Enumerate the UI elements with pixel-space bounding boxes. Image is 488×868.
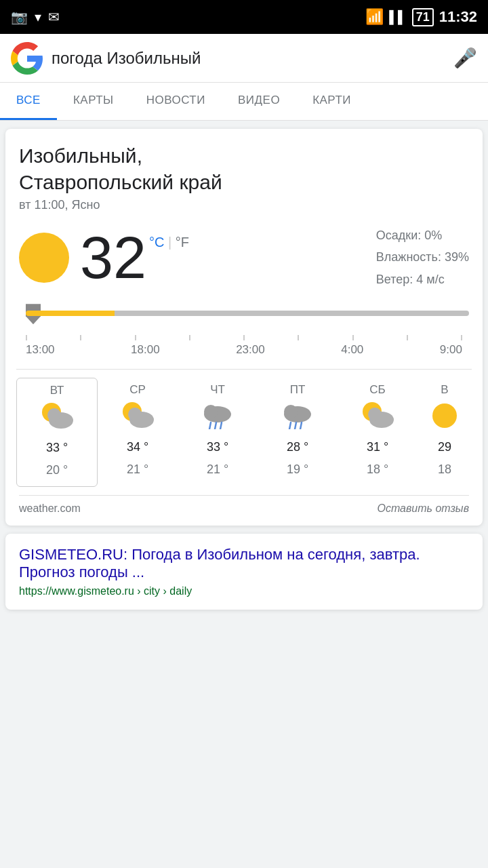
search-result-gismeteo: GISMETEO.RU: Погода в Изобильном на сего… [5,534,483,610]
tick-5 [243,335,245,340]
temp-units: °C | °F [149,235,189,250]
day-low-3: 19 ° [260,458,335,480]
svg-line-10 [220,422,222,429]
forecast-day-3[interactable]: ПТ 28 ° 19 ° [258,378,338,487]
weather-timeline: 13:00 18:00 23:00 4:00 9:00 [19,304,469,357]
timeline-label-3: 23:00 [236,343,265,357]
day-low-4: 18 ° [340,458,415,480]
weather-details: Осадки: 0% Влажность: 39% Ветер: 4 м/с [376,224,469,290]
day-icon-2 [200,402,235,429]
tab-video[interactable]: ВИДЕО [222,83,296,120]
day-low-1: 21 ° [100,458,175,480]
svg-point-18 [368,408,382,421]
tab-news[interactable]: НОВОСТИ [130,83,222,120]
day-temps-2: 33 ° 21 ° [180,436,255,480]
timeline-label-1: 13:00 [26,343,55,357]
signal-icon: ▌▌ [389,10,407,24]
forecast-day-5[interactable]: В 29 18 [418,378,472,487]
svg-line-9 [215,422,216,429]
source-name: weather.com [19,502,81,515]
google-logo [11,42,43,75]
day-name-2: ЧТ [180,383,255,397]
day-low-5: 18 [420,458,469,480]
day-temps-4: 31 ° 18 ° [340,436,415,480]
tab-images[interactable]: КАРТИ [296,83,367,120]
source-review[interactable]: Оставить отзыв [377,502,469,515]
weather-source: weather.com Оставить отзыв [19,495,469,515]
instagram-icon: 📷 [11,9,28,25]
day-high-5: 29 [420,436,469,458]
temperature-block: 32 °C | °F [80,228,189,288]
timeline-ticks [19,335,469,340]
svg-point-12 [284,405,298,418]
svg-point-2 [47,408,61,422]
status-left-icons: 📷 ▾ ✉ [11,9,60,25]
timeline-label-4: 4:00 [341,343,363,357]
timeline-labels: 13:00 18:00 23:00 4:00 9:00 [19,343,469,357]
svg-point-5 [128,408,142,421]
day-high-3: 28 ° [260,436,335,458]
timeline-bar-wrapper [19,304,469,331]
status-right-info: 📶 ▌▌ 71 11:32 [365,8,477,26]
tick-4 [189,335,190,340]
day-icon-5 [427,402,462,429]
tick-9 [461,335,462,340]
weather-city: Изобильный, Ставропольский край [19,142,469,195]
timeline-bar [26,311,469,316]
day-name-0: ВТ [20,384,94,397]
unit-separator: | [168,235,176,250]
day-temps-1: 34 ° 21 ° [100,436,175,480]
day-temps-3: 28 ° 19 ° [260,436,335,480]
day-icon-1 [120,402,155,429]
inbox-icon: ✉ [48,9,60,25]
tab-all[interactable]: ВСЕ [0,83,57,120]
result-url[interactable]: https://www.gismeteo.ru › city › daily [19,585,469,597]
weekly-forecast: ВТ 33 ° 20 ° СР [16,369,472,487]
temperature: 32 [80,228,146,288]
sun-icon [19,233,69,283]
svg-line-8 [209,422,211,429]
forecast-day-2[interactable]: ЧТ 33 ° 21 ° [178,378,258,487]
tab-maps[interactable]: КАРТЫ [57,83,130,120]
timeline-label-5: 9:00 [440,343,462,357]
day-high-2: 33 ° [180,436,255,458]
svg-line-15 [300,422,302,429]
fahrenheit-unit[interactable]: °F [176,235,189,250]
day-temps-0: 33 ° 20 ° [20,437,94,481]
wifi-icon: 📶 [365,8,384,26]
battery-icon: 71 [412,8,434,26]
svg-line-14 [295,422,296,429]
tick-7 [352,335,354,340]
search-tabs: ВСЕ КАРТЫ НОВОСТИ ВИДЕО КАРТИ [0,83,488,121]
celsius-unit[interactable]: °C [149,235,164,250]
day-low-2: 21 ° [180,458,255,480]
tick-8 [407,335,408,340]
day-icon-4 [360,402,395,429]
day-high-4: 31 ° [340,436,415,458]
clock: 11:32 [439,8,477,26]
pocket-icon: ▾ [35,9,41,25]
day-high-0: 33 ° [20,437,94,458]
wind: Ветер: 4 м/с [376,269,469,290]
weather-datetime: вт 11:00, Ясно [19,198,469,212]
tick-3 [135,335,136,340]
forecast-day-0[interactable]: ВТ 33 ° 20 ° [16,378,98,487]
day-low-0: 20 ° [20,459,94,481]
result-title[interactable]: GISMETEO.RU: Погода в Изобильном на сего… [19,546,469,581]
search-input[interactable] [52,49,445,68]
tick-6 [298,335,299,340]
status-bar: 📷 ▾ ✉ 📶 ▌▌ 71 11:32 [0,0,488,34]
svg-line-13 [289,422,291,429]
svg-point-19 [432,403,457,428]
humidity: Влажность: 39% [376,246,469,268]
day-name-1: СР [100,383,175,397]
svg-point-7 [204,405,218,418]
timeline-label-2: 18:00 [131,343,160,357]
day-icon-0 [39,403,75,430]
forecast-day-4[interactable]: СБ 31 ° 18 ° [338,378,418,487]
microphone-icon[interactable]: 🎤 [453,47,477,69]
weather-card: Изобильный, Ставропольский край вт 11:00… [5,129,483,526]
day-high-1: 34 ° [100,436,175,458]
forecast-day-1[interactable]: СР 34 ° 21 ° [98,378,178,487]
search-bar: 🎤 [0,34,488,83]
